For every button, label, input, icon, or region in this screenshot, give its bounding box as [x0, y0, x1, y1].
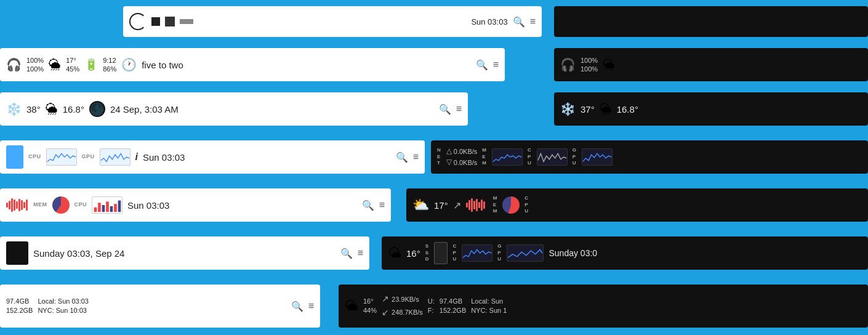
row5-menu-icon[interactable]: ≡ [379, 200, 385, 211]
right-cloud-icon2: 🌦 [600, 102, 612, 116]
row2-bar: 🎧 100% 100% 🌦 17° 45% 🔋 9:12 86% 🕐 five … [0, 48, 505, 81]
cpu-label-group2: CPU [74, 201, 87, 209]
svg-rect-0 [94, 208, 97, 212]
small-dash [180, 19, 193, 24]
row3-search-icon[interactable]: 🔍 [439, 103, 451, 115]
moon-icon: 🌑 [89, 101, 105, 117]
cpu-chart-dark [537, 148, 568, 166]
cpu-bar-chart [92, 196, 123, 214]
row6-dark-bar: 🌤 16° SSD CPU GPU Sunday 03:0 [382, 236, 868, 270]
svg-rect-5 [114, 204, 117, 212]
info-icon: i [135, 151, 138, 163]
small-square1 [151, 17, 160, 26]
row7-bar: 97.4GB 152.2GB Local: Sun 03:03 NYC: Sun… [0, 285, 320, 328]
right-gpu-label2: GPU [497, 243, 502, 262]
row4-time: Sun 03:03 [143, 152, 185, 163]
ssd-bar [434, 242, 448, 264]
right-weather-icon: 🌦 [603, 58, 615, 72]
row1-time: Sun 03:03 [471, 17, 507, 26]
right-weather-partly: 🌤 [388, 245, 401, 261]
right-weather-cloudy: 🌥 [345, 298, 358, 314]
cpu-label-dark: CPU [528, 147, 532, 166]
net-label-group: NET [437, 147, 441, 166]
row1-dark-bar [554, 6, 868, 37]
cloud-icon: 🌦 [46, 102, 58, 116]
right-gpu-chart2 [507, 244, 544, 262]
row1-search-icon[interactable]: 🔍 [513, 16, 525, 28]
gpu-chart-dark [582, 148, 613, 166]
right-row5-weather: 17° [434, 200, 448, 211]
svg-rect-3 [106, 201, 109, 212]
right-row3-temp1: 37° [581, 104, 595, 115]
row4-search-icon[interactable]: 🔍 [396, 151, 408, 163]
row3-datetime: 24 Sep, 3:03 AM [110, 104, 179, 115]
row3-bar: ❄️ 38° 🌦 16.8° 🌑 24 Sep, 3:03 AM 🔍 ≡ [0, 92, 468, 126]
net-values: △ 0.0KB/s ▽ 0.0KB/s [446, 147, 478, 167]
cpu-chart [46, 148, 77, 166]
row2-menu-icon[interactable]: ≡ [493, 59, 499, 70]
row1-bar: Sun 03:03 🔍 ≡ [123, 6, 542, 37]
right-mem-label: MEM [493, 195, 498, 214]
soundwave-icon [6, 197, 28, 213]
svg-rect-1 [98, 203, 101, 212]
cpu-label-group: CPU [28, 153, 41, 161]
row7-sizes: 97.4GB 152.2GB [6, 297, 33, 316]
row5-dark-bar: ⛅ 17° ↗ MEM CPU [406, 188, 868, 222]
row5-search-icon[interactable]: 🔍 [362, 200, 374, 211]
row4-color-block [6, 145, 23, 169]
row2-search-icon[interactable]: 🔍 [476, 59, 488, 71]
right-row6-weather: 16° [406, 248, 420, 259]
row4-dark-bar: NET △ 0.0KB/s ▽ 0.0KB/s MEM CPU GPU [431, 140, 868, 174]
row5-bar: MEM CPU Sun 03:03 🔍 ≡ [0, 188, 391, 222]
row4-menu-icon[interactable]: ≡ [413, 151, 419, 163]
right-headphone-icon: 🎧 [560, 57, 576, 72]
ssd-label-dark: SSD [425, 243, 430, 262]
right-net-arrows: ↗ 23.9KB/s ↙ 248.7KB/s [382, 293, 423, 318]
row5-time: Sun 03:03 [127, 200, 169, 211]
row6-bar: Sunday 03:03, Sep 24 🔍 ≡ [0, 236, 369, 270]
right-wind-icon: ↗ [453, 200, 461, 211]
right-time-labels: Local: Sun NYC: Sun 1 [471, 297, 507, 316]
gpu-label-group: GPU [82, 153, 95, 161]
row6-search-icon[interactable]: 🔍 [340, 248, 353, 259]
row6-time: Sunday 03:03, Sep 24 [33, 248, 124, 259]
row7-labels: Local: Sun 03:03 NYC: Sun 10:03 [38, 297, 89, 316]
weather-values: 17° 45% [66, 56, 79, 74]
gpu-label-dark: GPU [573, 147, 577, 166]
clock-icon: 🕐 [121, 57, 137, 72]
row3-temp2: 16.8° [63, 104, 84, 115]
right-weather-values: 16° 44% [363, 297, 377, 316]
row2-dark-bar: 🎧 100% 100% 🌦 [554, 48, 868, 81]
right-cpu-label2: CPU [452, 243, 457, 262]
row4-bar: CPU GPU i Sun 03:03 🔍 ≡ [0, 140, 425, 174]
row7-dark-bar: 🌥 16° 44% ↗ 23.9KB/s ↙ 248.7KB/s U: F: 9… [339, 285, 868, 328]
weather-cloud-icon: 🌦 [49, 58, 61, 72]
row1-menu-icon[interactable]: ≡ [530, 16, 536, 27]
row6-color-block [6, 241, 28, 265]
spinner-icon [129, 13, 147, 30]
svg-rect-6 [118, 201, 121, 212]
battery-icon: 🔋 [84, 58, 98, 71]
row7-menu-icon[interactable]: ≡ [308, 301, 314, 312]
right-soundwave-icon [466, 197, 488, 213]
right-row6-time: Sunday 03:0 [549, 248, 597, 258]
headphone-values: 100% 100% [26, 56, 44, 74]
row2-time-text: five to two [142, 60, 183, 70]
right-fan-icon: ❄️ [560, 102, 576, 116]
right-uf-labels: U: F: [428, 297, 435, 316]
row7-search-icon[interactable]: 🔍 [291, 301, 303, 312]
row3-temp1: 38° [26, 104, 41, 115]
right-cpu-chart2 [462, 244, 492, 262]
right-row3-temp2: 16.8° [617, 104, 638, 115]
row6-menu-icon[interactable]: ≡ [358, 248, 363, 259]
row3-dark-bar: ❄️ 37° 🌦 16.8° [554, 92, 868, 126]
right-mem-pie [502, 196, 520, 214]
headphone-icon: 🎧 [6, 57, 22, 72]
right-weather-sunny: ⛅ [412, 197, 429, 213]
gpu-chart [100, 148, 131, 166]
row3-menu-icon[interactable]: ≡ [456, 103, 462, 115]
mem-pie-chart [52, 196, 70, 214]
mem-chart-dark [492, 148, 523, 166]
fan-icon: ❄️ [6, 102, 22, 116]
right-headphone-values: 100% 100% [581, 56, 598, 74]
